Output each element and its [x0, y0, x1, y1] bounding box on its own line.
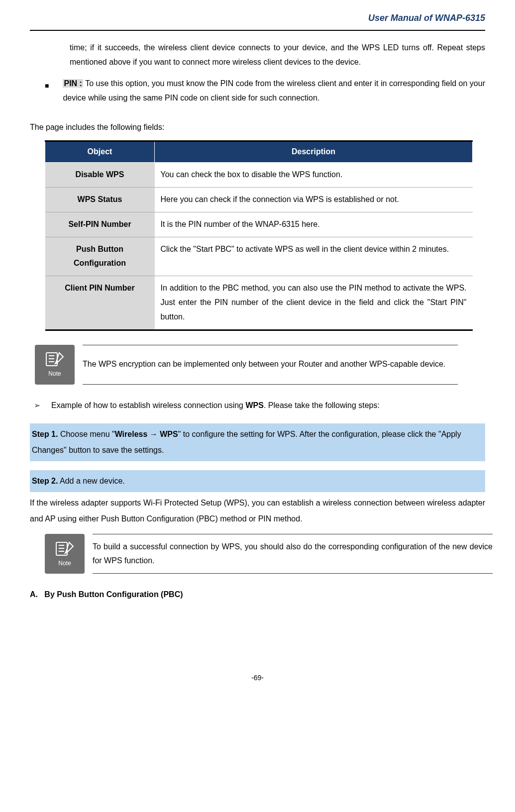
pin-bullet-text: PIN : To use this option, you must know …	[63, 77, 485, 105]
table-cell-description: Click the "Start PBC" to activate WPS as…	[155, 237, 473, 276]
notepad-pencil-icon	[44, 350, 65, 369]
table-cell-description: It is the PIN number of the WNAP-6315 he…	[155, 212, 473, 237]
note-2-text: To build a successful connection by WPS,…	[93, 534, 493, 574]
step-1-label: Step 1.	[32, 430, 58, 438]
step-2-highlight: Step 2. Add a new device.	[30, 470, 485, 492]
table-cell-description: You can check the box to disable the WPS…	[155, 163, 473, 188]
table-cell-object: Self-PIN Number	[45, 212, 155, 237]
fields-intro-text: The page includes the following fields:	[30, 120, 485, 135]
example-line: Example of how to establish wireless con…	[51, 399, 380, 413]
note-icon: Note	[35, 345, 75, 385]
table-cell-description: In addition to the PBC method, you can a…	[155, 276, 473, 330]
square-bullet-icon: ■	[45, 80, 49, 92]
example-bullet: ➢ Example of how to establish wireless c…	[30, 399, 485, 413]
step-2-label: Step 2.	[32, 477, 58, 485]
table-cell-object: WPS Status	[45, 187, 155, 212]
table-row: Disable WPS You can check the box to dis…	[45, 163, 473, 188]
notepad-pencil-icon	[54, 539, 75, 558]
page-header-title: User Manual of WNAP-6315	[30, 10, 485, 26]
pin-description: To use this option, you must know the PI…	[63, 79, 485, 102]
table-cell-object: Client PIN Number	[45, 276, 155, 330]
table-cell-description: Here you can check if the connection via…	[155, 187, 473, 212]
note-1-text: The WPS encryption can be implemented on…	[83, 345, 458, 385]
note-label: Note	[48, 369, 61, 380]
note-box-1: Note The WPS encryption can be implement…	[35, 345, 458, 385]
page-number: -69-	[30, 672, 485, 684]
table-cell-object: Disable WPS	[45, 163, 155, 188]
triangle-bullet-icon: ➢	[34, 399, 40, 413]
note-label: Note	[58, 558, 71, 569]
header-divider	[30, 30, 485, 31]
section-a-heading: A. By Push Button Configuration (PBC)	[30, 588, 485, 602]
note-icon: Note	[45, 534, 85, 574]
step-1-highlight: Step 1. Choose menu "Wireless → WPS" to …	[30, 423, 485, 461]
table-header-description: Description	[155, 141, 473, 163]
note-box-2: Note To build a successful connection by…	[45, 534, 493, 574]
table-row: WPS Status Here you can check if the con…	[45, 187, 473, 212]
pin-bullet-item: ■ PIN : To use this option, you must kno…	[30, 77, 485, 105]
pin-label: PIN :	[63, 79, 83, 88]
fields-table: Object Description Disable WPS You can c…	[45, 140, 473, 330]
continuation-paragraph: time; if it succeeds, the wireless clien…	[70, 41, 485, 70]
table-header-object: Object	[45, 141, 155, 163]
step-2-description: If the wireless adapter supports Wi-Fi P…	[30, 495, 485, 527]
table-row: Push Button Configuration Click the "Sta…	[45, 237, 473, 276]
table-row: Client PIN Number In addition to the PBC…	[45, 276, 473, 330]
table-cell-object: Push Button Configuration	[45, 237, 155, 276]
table-row: Self-PIN Number It is the PIN number of …	[45, 212, 473, 237]
